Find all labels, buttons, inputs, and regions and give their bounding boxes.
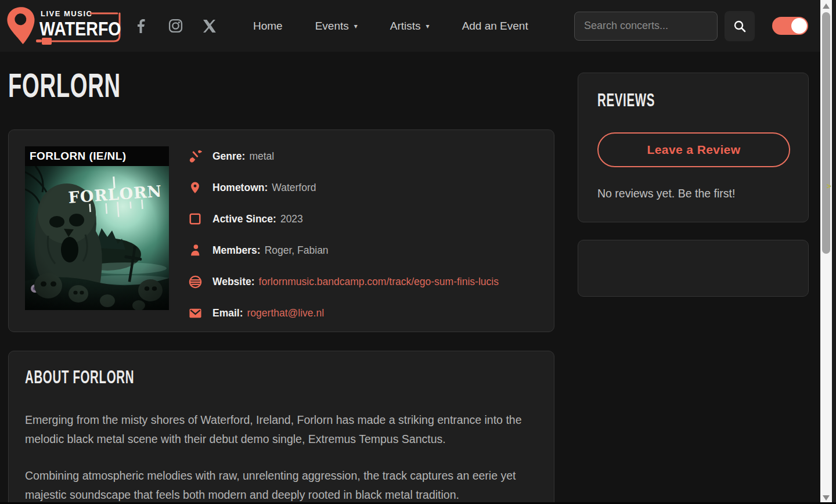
page-title: FORLORN	[8, 69, 179, 102]
detail-row-email: Email: rogerthat@live.nl	[188, 306, 499, 320]
nav-home-label: Home	[253, 20, 283, 33]
social-links	[134, 19, 217, 34]
live-music-waterford-page: LIVE MUSIC WATERFORD	[0, 0, 836, 504]
reviews-heading: REVIEWS	[597, 91, 789, 110]
search-input[interactable]	[574, 12, 718, 41]
site-header: LIVE MUSIC WATERFORD	[0, 0, 836, 52]
instagram-icon[interactable]	[168, 19, 183, 34]
envelope-icon	[188, 306, 202, 320]
search-button[interactable]	[725, 11, 755, 41]
facebook-icon[interactable]	[134, 19, 149, 34]
active-since-label: Active Since:	[212, 213, 276, 225]
nav-artists-label: Artists	[390, 20, 421, 33]
search-icon	[733, 19, 747, 33]
genre-label: Genre:	[212, 150, 245, 163]
reviews-heading-text: REVIEWS	[597, 91, 655, 110]
theme-toggle-knob	[791, 18, 807, 34]
about-heading-text: ABOUT FORLORN	[25, 368, 134, 387]
chevron-down-icon: ▾	[354, 22, 358, 30]
nav-events[interactable]: Events ▾	[315, 20, 358, 33]
about-paragraph: Emerging from the misty shores of Waterf…	[25, 411, 538, 449]
search-area	[574, 11, 755, 41]
members-label: Members:	[212, 244, 261, 257]
genre-value: metal	[249, 150, 274, 163]
detail-row-website: Website: forlornmusic.bandcamp.com/track…	[188, 275, 499, 289]
scroll-down-arrow-icon[interactable]	[823, 495, 830, 501]
website-label: Website:	[212, 276, 255, 288]
email-label: Email:	[212, 307, 243, 319]
window-right-edge	[832, 0, 836, 504]
members-value: Roger, Fabian	[265, 244, 329, 257]
location-pin-icon	[6, 5, 38, 46]
reviews-card: REVIEWS Leave a Review No reviews yet. B…	[578, 73, 809, 222]
edge-marker-chevron: >	[827, 182, 831, 190]
leave-review-button[interactable]: Leave a Review	[597, 132, 790, 167]
site-logo[interactable]: LIVE MUSIC WATERFORD	[6, 5, 122, 47]
artist-details-list: Genre: metal Hometown: Waterford	[188, 146, 499, 315]
chevron-down-icon: ▾	[426, 22, 430, 30]
location-pin-icon	[188, 181, 202, 195]
artist-image-title: FORLORN (IE/NL)	[25, 146, 169, 166]
email-link[interactable]: rogerthat@live.nl	[247, 307, 325, 319]
guitar-icon	[188, 149, 202, 163]
artist-image-block: FORLORN (IE/NL)	[25, 146, 169, 315]
about-card: ABOUT FORLORN Emerging from the misty sh…	[8, 351, 554, 504]
hometown-label: Hometown:	[212, 182, 268, 194]
x-twitter-icon[interactable]	[202, 19, 217, 34]
about-heading: ABOUT FORLORN	[25, 368, 538, 387]
page-title-text: FORLORN	[8, 69, 121, 102]
nav-artists[interactable]: Artists ▾	[390, 20, 430, 33]
nav-add-event-label: Add an Event	[462, 20, 528, 33]
calendar-icon	[188, 212, 202, 226]
globe-icon	[188, 275, 202, 289]
detail-row-genre: Genre: metal	[188, 149, 499, 163]
album-artwork: FORLORN	[25, 166, 169, 310]
vertical-scrollbar[interactable]	[820, 0, 832, 504]
artist-info-card: FORLORN (IE/NL)	[8, 129, 554, 332]
main-nav: Home Events ▾ Artists ▾ Add an Event	[253, 20, 528, 33]
website-link[interactable]: forlornmusic.bandcamp.com/track/ego-sum-…	[259, 276, 499, 288]
logo-top-text: LIVE MUSIC	[41, 9, 92, 18]
person-icon	[188, 243, 202, 257]
scroll-up-arrow-icon[interactable]	[823, 3, 830, 9]
no-reviews-text: No reviews yet. Be the first!	[597, 187, 789, 200]
detail-row-active-since: Active Since: 2023	[188, 212, 499, 226]
logo-jack-tip	[36, 39, 42, 42]
nav-add-event[interactable]: Add an Event	[462, 20, 528, 33]
sidebar-empty-card	[578, 240, 809, 297]
nav-events-label: Events	[315, 20, 349, 33]
detail-row-members: Members: Roger, Fabian	[188, 243, 499, 257]
active-since-value: 2023	[280, 213, 303, 225]
scrollbar-thumb[interactable]	[822, 12, 830, 254]
hometown-value: Waterford	[272, 182, 316, 194]
detail-row-hometown: Hometown: Waterford	[188, 181, 499, 195]
theme-toggle[interactable]	[772, 17, 808, 35]
logo-bottom-text: WATERFORD	[39, 17, 122, 39]
about-paragraph: Combining atmospheric melodies with raw,…	[25, 466, 538, 504]
nav-home[interactable]: Home	[253, 20, 283, 33]
